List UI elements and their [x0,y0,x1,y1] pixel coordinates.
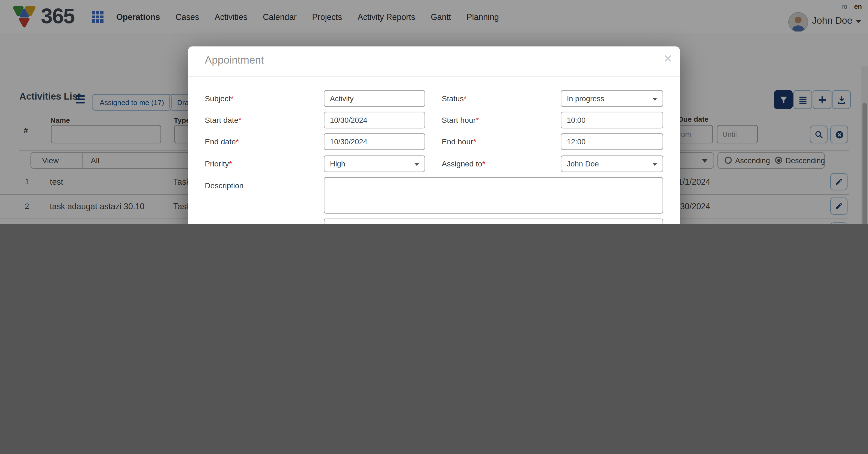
assigned-to-label: Assigned to* [442,159,485,168]
description-textarea[interactable] [324,177,663,214]
chevron-down-icon [653,163,657,166]
start-hour-label: Start hour* [442,116,479,124]
chevron-down-icon [653,98,657,101]
priority-select[interactable]: High [324,156,425,172]
chevron-down-icon [414,163,419,166]
priority-label: Priority* [205,159,232,168]
close-icon[interactable]: ✕ [662,51,673,67]
subject-label: Subject* [205,94,234,103]
divider [188,76,680,77]
end-hour-label: End hour* [442,137,476,146]
modal-title: Appointment [205,54,264,67]
subject-input[interactable] [324,90,425,107]
start-hour-input[interactable] [561,112,663,129]
start-date-input[interactable] [324,112,425,129]
end-date-label: End date* [205,137,239,146]
assigned-to-select[interactable]: John Doe [561,156,663,172]
contact-list-box[interactable]: John Doe✕ Oliver Sykes✕ [324,219,663,224]
status-label: Status* [442,94,467,103]
appointment-modal: Appointment ✕ Subject* Status* In progre… [188,46,680,224]
status-select[interactable]: In progress [561,90,663,107]
end-hour-input[interactable] [561,133,663,150]
description-label: Description [205,181,244,190]
end-date-input[interactable] [324,133,425,150]
start-date-label: Start date* [205,116,241,124]
screen: 365 OperationsCasesActivitiesCalendarPro… [0,0,868,224]
